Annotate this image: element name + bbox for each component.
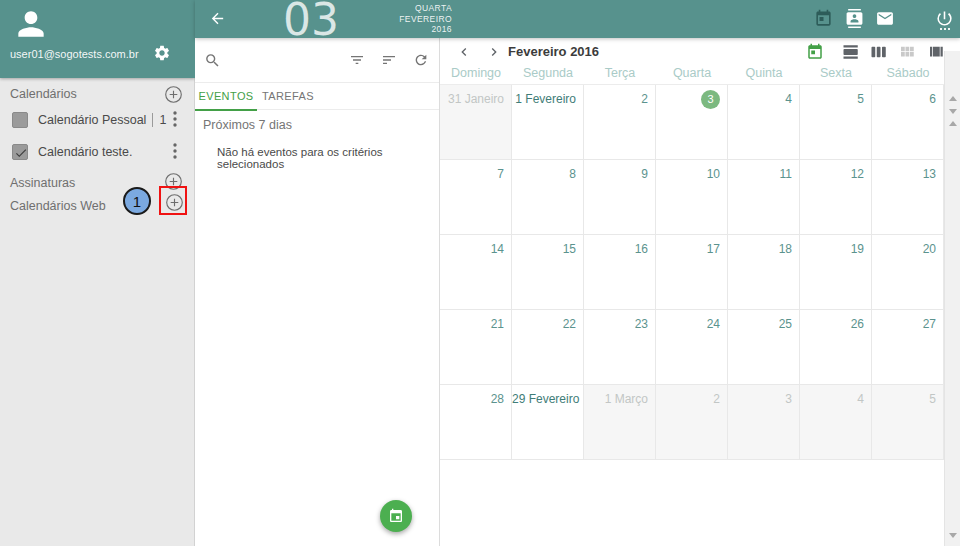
calendar-options-menu-icon[interactable]: [168, 143, 182, 161]
add-calendar-button[interactable]: [164, 85, 183, 108]
calendar-day-cell[interactable]: 6: [872, 85, 944, 160]
calendar-day-cell[interactable]: 5: [872, 385, 944, 460]
weekday-header-row: DomingoSegundaTerçaQuartaQuintaSextaSába…: [440, 66, 944, 84]
back-arrow-button[interactable]: [209, 10, 226, 31]
date-label: 1 Fevereiro: [515, 92, 576, 106]
date-label: 6: [929, 92, 936, 106]
date-label: 25: [779, 317, 792, 331]
previous-month-button[interactable]: [456, 44, 472, 64]
date-label: 20: [923, 242, 936, 256]
calendar-day-cell[interactable]: 10: [656, 160, 728, 235]
calendar-color-checkbox-checked[interactable]: [12, 144, 28, 160]
tab-tarefas[interactable]: TAREFAS: [257, 83, 319, 110]
calendar-day-cell[interactable]: 18: [728, 235, 800, 310]
annotation-step-marker: 1: [123, 187, 151, 215]
calendar-day-cell[interactable]: 5: [800, 85, 872, 160]
web-calendars-section-label: Calendários Web: [10, 199, 106, 213]
calendar-list-item[interactable]: Calendário Pessoal1: [0, 110, 195, 140]
calendar-day-cell[interactable]: 23: [584, 310, 656, 385]
calendar-day-cell[interactable]: 9: [584, 160, 656, 235]
logout-power-icon[interactable]: [935, 9, 954, 32]
calendar-day-cell[interactable]: 21: [440, 310, 512, 385]
date-label: 18: [779, 242, 792, 256]
header-year: 2016: [390, 24, 452, 35]
settings-gear-icon[interactable]: [153, 44, 171, 66]
calendar-day-cell[interactable]: 31 Janeiro: [440, 85, 512, 160]
month-view-icon[interactable]: [898, 43, 916, 65]
calendar-name: Calendário teste.: [38, 145, 133, 159]
today-view-icon[interactable]: [806, 43, 824, 65]
calendar-day-cell[interactable]: 15: [512, 235, 584, 310]
today-date-label: 3: [701, 90, 720, 109]
week-view-icon[interactable]: [870, 43, 888, 65]
multicolumn-view-icon[interactable]: [927, 43, 945, 65]
calendar-day-cell[interactable]: 17: [656, 235, 728, 310]
calendar-day-cell[interactable]: 2: [584, 85, 656, 160]
refresh-icon[interactable]: [413, 52, 429, 72]
sort-icon[interactable]: [381, 52, 397, 72]
next-month-button[interactable]: [486, 44, 502, 64]
filter-icon[interactable]: [349, 52, 365, 72]
calendar-day-cell[interactable]: 4: [728, 85, 800, 160]
header-day-number: 03: [283, 0, 339, 45]
calendar-day-cell[interactable]: 24: [656, 310, 728, 385]
contacts-module-icon[interactable]: [845, 9, 864, 32]
calendar-day-cell[interactable]: 16: [584, 235, 656, 310]
calendar-day-cell[interactable]: 25: [728, 310, 800, 385]
day-view-icon[interactable]: [842, 43, 860, 65]
calendar-day-cell[interactable]: 28: [440, 385, 512, 460]
calendar-day-cell[interactable]: 13: [872, 160, 944, 235]
subscriptions-section-label: Assinaturas: [10, 176, 75, 190]
new-event-fab-button[interactable]: [380, 500, 412, 532]
search-icon[interactable]: [204, 52, 221, 73]
calendar-day-cell[interactable]: 2: [656, 385, 728, 460]
annotation-step-number: 1: [133, 193, 141, 210]
account-email: user01@sogotests.com.br: [10, 48, 139, 60]
date-label: 22: [563, 317, 576, 331]
calendar-day-cell[interactable]: 1 Março: [584, 385, 656, 460]
date-label: 1 Março: [605, 392, 648, 406]
weekday-header: Terça: [584, 66, 656, 84]
scroll-up-icon[interactable]: [949, 121, 957, 126]
mail-module-icon[interactable]: [875, 9, 895, 32]
add-web-calendar-button[interactable]: [165, 193, 184, 216]
account-header: user01@sogotests.com.br: [0, 0, 195, 78]
calendar-day-cell[interactable]: 12: [800, 160, 872, 235]
calendar-day-cell[interactable]: 19: [800, 235, 872, 310]
calendar-scrollbar[interactable]: [944, 51, 960, 546]
calendar-color-checkbox[interactable]: [12, 112, 28, 128]
date-label: 14: [491, 242, 504, 256]
date-label: 2: [713, 392, 720, 406]
date-label: 3: [785, 392, 792, 406]
calendar-day-cell[interactable]: 14: [440, 235, 512, 310]
calendar-day-cell[interactable]: 20: [872, 235, 944, 310]
tab-eventos[interactable]: EVENTOS: [195, 83, 257, 110]
calendar-options-menu-icon[interactable]: [168, 111, 182, 129]
calendar-day-cell[interactable]: 7: [440, 160, 512, 235]
calendar-day-cell[interactable]: 4: [800, 385, 872, 460]
scroll-down-icon[interactable]: [949, 109, 957, 114]
calendar-day-cell[interactable]: 8: [512, 160, 584, 235]
calendar-day-cell[interactable]: 3: [728, 385, 800, 460]
calendar-module-icon[interactable]: [814, 9, 833, 32]
month-title: Fevereiro 2016: [508, 44, 599, 59]
calendar-day-cell[interactable]: 27: [872, 310, 944, 385]
date-label: 19: [851, 242, 864, 256]
user-avatar-icon: [12, 5, 50, 47]
add-subscription-button[interactable]: [164, 172, 183, 195]
calendar-day-cell[interactable]: 3: [656, 85, 728, 160]
scroll-down-icon[interactable]: [949, 533, 957, 538]
date-label: 17: [707, 242, 720, 256]
list-tabs: EVENTOS TAREFAS: [195, 83, 439, 110]
calendar-day-cell[interactable]: 1 Fevereiro: [512, 85, 584, 160]
scroll-up-icon[interactable]: [949, 96, 957, 101]
calendar-day-cell[interactable]: 26: [800, 310, 872, 385]
calendar-day-cell[interactable]: 22: [512, 310, 584, 385]
calendar-list-item[interactable]: Calendário teste.: [0, 142, 195, 172]
date-label: 16: [635, 242, 648, 256]
subscriptions-section: Assinaturas: [0, 173, 195, 195]
date-label: 23: [635, 317, 648, 331]
calendar-day-cell[interactable]: 29 Fevereiro: [512, 385, 584, 460]
date-label: 28: [491, 392, 504, 406]
calendar-day-cell[interactable]: 11: [728, 160, 800, 235]
